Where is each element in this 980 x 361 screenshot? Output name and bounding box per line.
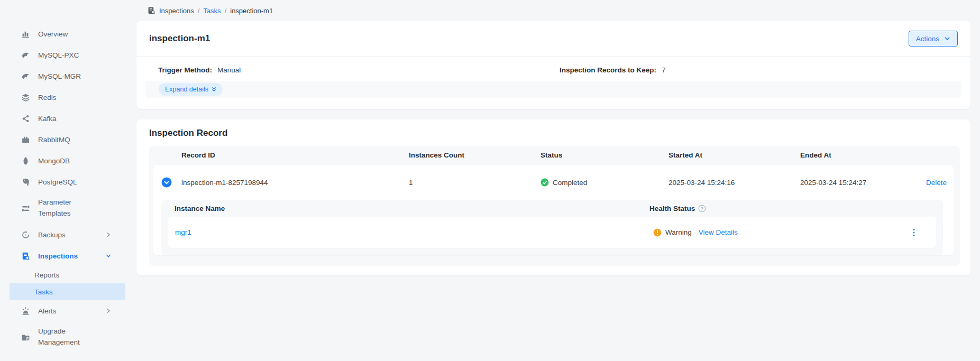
sliders-icon <box>21 204 30 213</box>
instances-count-cell: 1 <box>409 179 541 187</box>
records-to-keep-field: Inspection Records to Keep: 7 <box>560 66 666 74</box>
sidebar-item-label: Inspections <box>38 252 78 260</box>
sidebar-item-label: RabbitMQ <box>38 136 70 144</box>
sidebar-item-upgrade-management[interactable]: Upgrade Management <box>0 321 125 353</box>
instance-table: Instance Name Health Status ? mgr1 <box>161 200 943 255</box>
breadcrumb: Inspections / Tasks / inspection-m1 <box>125 0 980 21</box>
column-instance-name: Instance Name <box>175 205 649 212</box>
dolphin-icon <box>21 72 30 81</box>
records-to-keep-label: Inspection Records to Keep: <box>560 66 656 74</box>
breadcrumb-separator: / <box>198 7 200 15</box>
health-status-cell: Warning View Details <box>653 228 738 237</box>
record-row-card: inspection-m1-8257198944 1 Completed 202… <box>153 165 954 255</box>
sidebar-item-redis[interactable]: Redis <box>0 87 125 108</box>
sidebar-item-label: MySQL-MGR <box>38 72 81 80</box>
ended-at-cell: 2025-03-24 15:24:27 <box>800 179 926 187</box>
table-row: inspection-m1-8257198944 1 Completed 202… <box>153 165 954 200</box>
record-table-header: Record ID Instances Count Status Started… <box>149 146 960 164</box>
task-info-row: Trigger Method: Manual Inspection Record… <box>136 57 970 74</box>
leaf-icon <box>21 156 30 165</box>
trigger-method-label: Trigger Method: <box>158 66 212 74</box>
breadcrumb-item: Inspections <box>159 7 194 15</box>
health-status-header-text: Health Status <box>649 205 695 212</box>
breadcrumb-item-tasks[interactable]: Tasks <box>203 7 221 15</box>
sidebar-item-label: Backups <box>38 231 66 239</box>
sidebar-item-mysql-mgr[interactable]: MySQL-MGR <box>0 66 125 87</box>
sidebar-item-postgresql[interactable]: PostgreSQL <box>0 171 125 192</box>
view-details-link[interactable]: View Details <box>699 228 738 236</box>
sidebar-item-kafka[interactable]: Kafka <box>0 108 125 129</box>
elephant-icon <box>21 178 30 187</box>
sidebar-item-inspections[interactable]: Inspections <box>0 245 125 266</box>
task-header-card: inspection-m1 Actions Trigger Method: Ma… <box>136 21 970 109</box>
instance-table-header: Instance Name Health Status ? <box>161 200 943 217</box>
inspection-record-card: Inspection Record Record ID Instances Co… <box>136 119 970 275</box>
chevron-right-icon <box>105 232 112 238</box>
main-content: Inspections / Tasks / inspection-m1 insp… <box>125 0 980 361</box>
inspection-doc-magnifier-icon <box>147 6 155 15</box>
sidebar-item-backups[interactable]: Backups <box>0 224 125 245</box>
sidebar-item-rabbitmq[interactable]: RabbitMQ <box>0 129 125 150</box>
collapse-row-toggle[interactable] <box>161 177 172 188</box>
chevron-down-icon <box>105 253 112 259</box>
health-status-text: Warning <box>665 228 692 236</box>
expand-details-label: Expand details <box>165 86 208 93</box>
sidebar-item-label: MongoDB <box>38 157 70 165</box>
records-to-keep-value: 7 <box>662 66 666 74</box>
column-status: Status <box>541 151 668 159</box>
sidebar-item-label: Kafka <box>38 115 57 123</box>
column-instances-count: Instances Count <box>409 151 541 159</box>
help-question-icon[interactable]: ? <box>698 205 706 212</box>
column-health-status: Health Status ? <box>649 205 706 212</box>
trigger-method-value: Manual <box>217 66 241 74</box>
sidebar-item-alerts[interactable]: Alerts <box>0 300 125 321</box>
sidebar-item-mysql-pxc[interactable]: MySQL-PXC <box>0 44 125 66</box>
chevron-right-icon <box>105 308 112 314</box>
sidebar-item-label: Upgrade Management <box>38 326 96 348</box>
warning-icon <box>653 228 662 237</box>
bar-chart-icon <box>21 30 30 39</box>
task-title-row: inspection-m1 Actions <box>136 21 970 57</box>
breadcrumb-item-current: inspection-m1 <box>230 7 273 15</box>
double-chevron-down-icon <box>211 87 217 92</box>
network-nodes-icon <box>21 114 30 123</box>
sidebar-item-label: Reports <box>34 271 59 279</box>
sidebar-item-parameter-templates[interactable]: Parameter Templates <box>0 192 125 224</box>
sidebar-item-label: Overview <box>38 30 68 38</box>
sidebar-item-overview[interactable]: Overview <box>0 23 125 44</box>
trigger-method-field: Trigger Method: Manual <box>158 66 560 74</box>
instance-row: mgr1 Warning View Details <box>168 217 936 248</box>
kebab-menu-icon[interactable] <box>910 228 918 237</box>
sidebar: Overview MySQL-PXC MySQL-MGR Redis Kafka… <box>0 0 125 361</box>
sidebar-item-label: Parameter Templates <box>38 197 96 219</box>
instance-name-link[interactable]: mgr1 <box>175 228 653 236</box>
sidebar-item-label: Alerts <box>38 307 57 315</box>
alarm-icon <box>21 307 30 316</box>
record-id-cell: inspection-m1-8257198944 <box>181 179 409 187</box>
sidebar-item-label: Tasks <box>34 288 53 296</box>
sidebar-item-label: MySQL-PXC <box>38 51 79 59</box>
sidebar-subitem-tasks[interactable]: Tasks <box>10 283 125 300</box>
breadcrumb-separator: / <box>225 7 227 15</box>
sidebar-item-label: PostgreSQL <box>38 178 77 186</box>
success-check-icon <box>541 178 549 187</box>
sidebar-item-mongodb[interactable]: MongoDB <box>0 150 125 171</box>
restore-arrow-icon <box>21 230 30 239</box>
delete-button[interactable]: Delete <box>926 179 960 187</box>
column-started-at: Started At <box>668 151 800 159</box>
record-table: Record ID Instances Count Status Started… <box>149 146 960 266</box>
expand-details-button[interactable]: Expand details <box>159 83 223 96</box>
actions-button-label: Actions <box>916 35 939 43</box>
status-text: Completed <box>553 179 587 187</box>
folder-gear-icon <box>21 333 30 342</box>
page-title: inspection-m1 <box>149 33 210 44</box>
dolphin-icon <box>21 51 30 60</box>
status-cell: Completed <box>541 178 668 187</box>
factory-icon <box>21 135 30 144</box>
layers-icon <box>21 93 30 102</box>
inspection-record-title: Inspection Record <box>136 119 970 146</box>
started-at-cell: 2025-03-24 15:24:16 <box>668 179 800 187</box>
sidebar-subitem-reports[interactable]: Reports <box>0 266 125 283</box>
actions-button[interactable]: Actions <box>909 31 958 47</box>
chevron-down-icon <box>944 35 950 42</box>
